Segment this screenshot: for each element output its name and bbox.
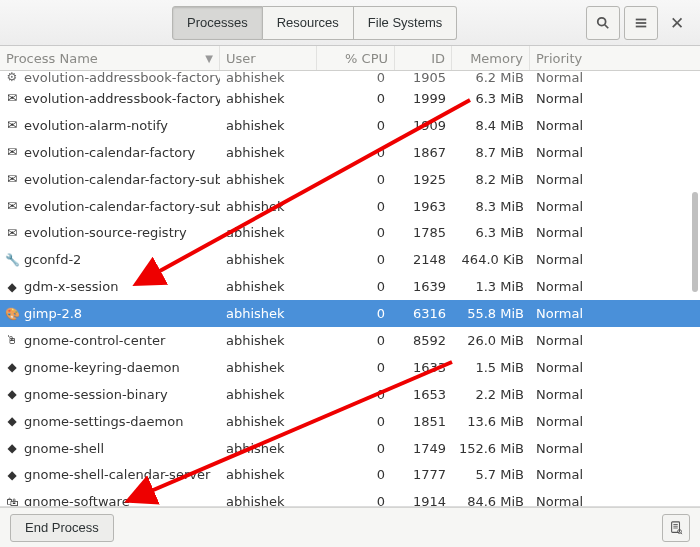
table-row[interactable]: ✉evolution-calendar-factory-subpabhishek… [0,193,700,220]
process-cpu: 0 [317,279,395,294]
process-priority: Normal [530,467,700,482]
properties-button[interactable] [662,514,690,542]
process-id: 1905 [395,71,452,85]
hamburger-icon [634,16,648,30]
process-icon: ✉ [4,90,20,106]
system-monitor-window: ProcessesResourcesFile Systems ✕ Process… [0,0,700,547]
process-id: 1963 [395,199,452,214]
process-priority: Normal [530,172,700,187]
process-cpu: 0 [317,91,395,106]
process-icon: ◆ [4,359,20,375]
table-row[interactable]: ✉evolution-calendar-factory-subpabhishek… [0,166,700,193]
process-cpu: 0 [317,71,395,85]
table-row[interactable]: ◆gnome-shell-calendar-serverabhishek0177… [0,461,700,488]
process-name: gconfd-2 [24,252,81,267]
table-row[interactable]: ◆gnome-keyring-daemonabhishek016331.5 Mi… [0,354,700,381]
table-row[interactable]: ✉evolution-source-registryabhishek017856… [0,219,700,246]
svg-rect-3 [636,22,647,24]
process-name: evolution-source-registry [24,225,187,240]
process-priority: Normal [530,71,700,85]
process-memory: 84.6 MiB [452,494,530,506]
process-id: 1785 [395,225,452,240]
properties-icon [669,521,683,535]
process-id: 1653 [395,387,452,402]
footer-toolbar: End Process [0,507,700,547]
close-icon: ✕ [670,13,684,33]
svg-line-1 [605,24,609,28]
process-memory: 2.2 MiB [452,387,530,402]
tab-file-systems[interactable]: File Systems [354,6,457,40]
process-memory: 8.4 MiB [452,118,530,133]
table-row[interactable]: ✉evolution-alarm-notifyabhishek019098.4 … [0,112,700,139]
process-name: evolution-addressbook-factory [24,71,220,85]
table-row[interactable]: ◆gnome-shellabhishek01749152.6 MiBNormal [0,435,700,462]
close-button[interactable]: ✕ [662,6,692,40]
process-priority: Normal [530,333,700,348]
column-header-id[interactable]: ID [395,46,452,70]
svg-rect-2 [636,18,647,20]
menu-button[interactable] [624,6,658,40]
process-icon: 🎨 [4,306,20,322]
process-memory: 464.0 KiB [452,252,530,267]
process-user: abhishek [220,414,317,429]
process-priority: Normal [530,494,700,506]
scrollbar-thumb[interactable] [692,192,698,292]
process-icon: ◆ [4,413,20,429]
process-user: abhishek [220,71,317,85]
process-name: gnome-shell [24,441,104,456]
table-row[interactable]: ◆gnome-settings-daemonabhishek0185113.6 … [0,408,700,435]
column-header-priority[interactable]: Priority [530,46,700,70]
process-priority: Normal [530,252,700,267]
process-cpu: 0 [317,441,395,456]
process-priority: Normal [530,279,700,294]
process-id: 1777 [395,467,452,482]
process-cpu: 0 [317,118,395,133]
process-user: abhishek [220,360,317,375]
column-header-name[interactable]: Process Name ▼ [0,46,220,70]
table-row[interactable]: 🎨gimp-2.8abhishek0631655.8 MiBNormal [0,300,700,327]
process-icon: 🔧 [4,252,20,268]
table-row[interactable]: ◆gnome-session-binaryabhishek016532.2 Mi… [0,381,700,408]
process-icon: ◆ [4,279,20,295]
end-process-button[interactable]: End Process [10,514,114,542]
column-header-user[interactable]: User [220,46,317,70]
column-header-cpu[interactable]: % CPU [317,46,395,70]
process-priority: Normal [530,91,700,106]
process-icon: ◆ [4,440,20,456]
process-cpu: 0 [317,494,395,506]
process-priority: Normal [530,387,700,402]
process-priority: Normal [530,414,700,429]
table-row[interactable]: ✉evolution-addressbook-factory-abhishek0… [0,85,700,112]
table-row[interactable]: ◆gdm-x-sessionabhishek016391.3 MiBNormal [0,273,700,300]
table-row[interactable]: 🖱gnome-control-centerabhishek0859226.0 M… [0,327,700,354]
process-icon: ⚙ [4,71,20,85]
process-icon: ✉ [4,171,20,187]
svg-rect-4 [636,25,647,27]
process-user: abhishek [220,252,317,267]
process-user: abhishek [220,467,317,482]
table-row[interactable]: ✉evolution-calendar-factoryabhishek01867… [0,139,700,166]
process-memory: 8.2 MiB [452,172,530,187]
process-id: 1749 [395,441,452,456]
sort-indicator-icon: ▼ [205,53,213,64]
table-row[interactable]: ⚙evolution-addressbook-factoryabhishek01… [0,71,700,85]
process-priority: Normal [530,199,700,214]
tab-resources[interactable]: Resources [263,6,354,40]
process-list: Process Name ▼ User % CPU ID Memory Prio… [0,46,700,506]
column-header-memory[interactable]: Memory [452,46,530,70]
process-name: gnome-control-center [24,333,165,348]
tab-processes[interactable]: Processes [172,6,263,40]
search-icon [596,16,610,30]
process-user: abhishek [220,118,317,133]
process-cpu: 0 [317,172,395,187]
process-name: gnome-keyring-daemon [24,360,180,375]
table-row[interactable]: 🛍gnome-softwareabhishek0191484.6 MiBNorm… [0,488,700,506]
table-row[interactable]: 🔧gconfd-2abhishek02148464.0 KiBNormal [0,246,700,273]
vertical-scrollbar[interactable] [690,72,698,500]
process-id: 1851 [395,414,452,429]
process-memory: 6.2 MiB [452,71,530,85]
process-name: evolution-addressbook-factory- [24,91,220,106]
process-icon: ◆ [4,386,20,402]
search-button[interactable] [586,6,620,40]
process-icon: ✉ [4,117,20,133]
